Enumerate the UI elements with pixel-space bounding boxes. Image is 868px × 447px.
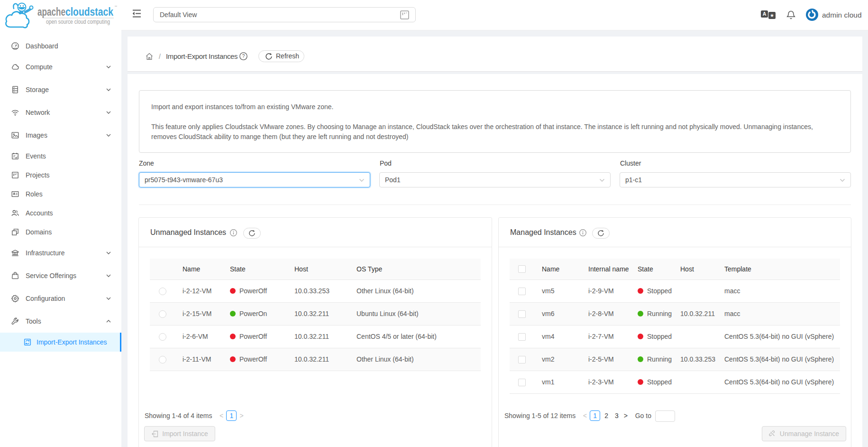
svg-text:cloudstack: cloudstack <box>65 5 114 18</box>
svg-text:apache: apache <box>37 5 65 18</box>
svg-text:open source cloud computing: open source cloud computing <box>46 19 110 25</box>
svg-text:?: ? <box>242 54 245 59</box>
